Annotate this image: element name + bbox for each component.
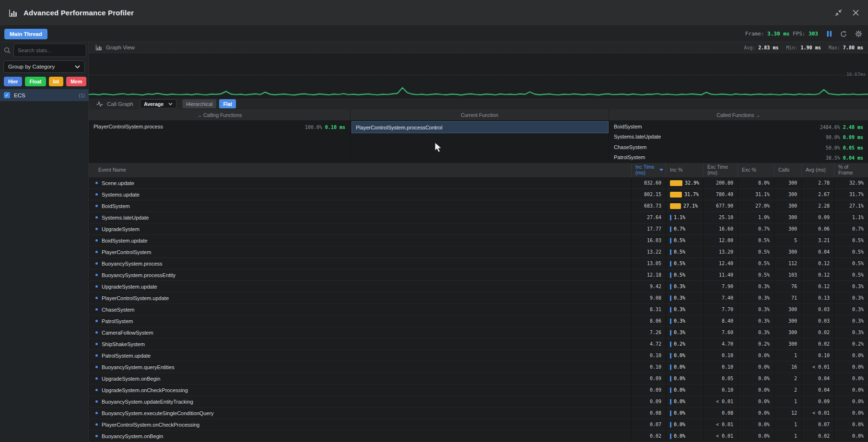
current-function-item[interactable]: PlayerControlSystem.processControl	[352, 121, 609, 133]
column-header-calls[interactable]: Calls	[774, 163, 801, 177]
flat-button[interactable]: Flat	[219, 99, 236, 108]
search-icon	[4, 47, 11, 54]
table-row[interactable]: ChaseSystem 8.31 0.3% 7.70 0.3% 300 0.03…	[89, 304, 868, 315]
event-name: BuoyancySystem.onBegin	[102, 433, 163, 439]
search-stats-input[interactable]	[13, 44, 86, 57]
table-row[interactable]: UpgradeSystem.onBegin 0.09 0.0% 0.05 0.0…	[89, 373, 868, 384]
table-row[interactable]: Systems.update 802.15 31.7% 780.40 31.1%…	[89, 189, 868, 200]
table-row[interactable]: ShipShakeSystem 4.72 0.2% 4.70 0.2% 300 …	[89, 338, 868, 350]
call-graph-row[interactable]: PlayerControlSystem.process 100.0%0.10 m…	[89, 121, 350, 132]
filter-chip-mem[interactable]: Mem	[66, 77, 86, 86]
column-header-event-name[interactable]: Event Name	[89, 163, 631, 177]
group-by-dropdown[interactable]: Group by Category	[3, 60, 85, 73]
main-thread-tab[interactable]: Main Thread	[4, 29, 47, 39]
table-row[interactable]: PatrolSystem 8.06 0.3% 8.40 0.3% 300 0.0…	[89, 315, 868, 327]
exc-time-cell: 4.70	[703, 338, 738, 350]
exc-pct-cell: 1.0%	[738, 212, 774, 223]
calls-cell: 300	[774, 200, 801, 212]
aggregation-dropdown[interactable]: Average	[140, 99, 176, 108]
table-row[interactable]: BuoyancySystem.executeSingleConditionQue…	[89, 407, 868, 419]
inc-pct-cell: 0.0%	[666, 396, 703, 407]
exc-time-cell: 677.90	[703, 200, 738, 212]
table-row[interactable]: BuoyancySystem.updateEntityTracking 0.09…	[89, 396, 868, 407]
collapse-window-icon[interactable]	[834, 9, 843, 17]
exc-pct-cell: 0.5%	[738, 235, 774, 246]
inc-pct-bar	[670, 238, 671, 244]
gear-icon[interactable]	[855, 30, 862, 37]
close-icon[interactable]	[852, 9, 859, 16]
table-row[interactable]: UpgradeSystem 17.77 0.7% 16.60 0.7% 300 …	[89, 223, 868, 235]
event-dot-icon	[95, 297, 98, 299]
checkbox-checked-icon[interactable]: ✓	[4, 92, 10, 98]
filter-chip-float[interactable]: Float	[25, 77, 46, 86]
column-header-inc-pct[interactable]: Inc %	[666, 163, 703, 177]
table-row[interactable]: BuoyancySystem.processEntity 12.18 0.5% …	[89, 269, 868, 281]
inc-pct-bar	[670, 376, 671, 382]
table-row[interactable]: BuoyancySystem.process 13.05 0.5% 12.40 …	[89, 258, 868, 269]
event-name-cell: UpgradeSystem	[89, 226, 631, 232]
table-row[interactable]: UpgradeSystem.onCheckProcessing 0.09 0.0…	[89, 384, 868, 396]
column-header-avg[interactable]: Avg (ms)	[801, 163, 834, 177]
main-panel: Graph View Avg: 2.83 ms Min: 1.90 ms Max…	[89, 42, 868, 442]
inc-pct-bar	[670, 433, 671, 439]
inc-pct-cell: 0.5%	[666, 235, 703, 246]
event-name-cell: PlayerControlSystem.update	[89, 295, 631, 301]
event-dot-icon	[95, 262, 98, 265]
calls-cell: 300	[774, 338, 801, 350]
exc-time-cell: 780.40	[703, 189, 738, 200]
table-row[interactable]: CameraFollowSystem 7.26 0.3% 7.60 0.3% 3…	[89, 327, 868, 338]
table-row[interactable]: BoidSystem.update 16.03 0.5% 12.00 0.5% …	[89, 235, 868, 246]
filter-chip-hier[interactable]: Hier	[4, 77, 22, 86]
event-name-cell: BoidSystem	[89, 203, 631, 209]
column-header-inc-time[interactable]: Inc Time (ms)	[631, 163, 666, 177]
aggregation-value: Average	[144, 101, 164, 107]
calling-functions-header: → Calling Functions	[89, 109, 351, 120]
call-graph-row[interactable]: PatrolSystem 38.5%0.04 ms	[609, 152, 868, 163]
exc-pct-cell: 0.0%	[738, 384, 774, 396]
hierarchical-button[interactable]: Hierarchical	[182, 99, 216, 108]
table-row[interactable]: PlayerControlSystem.update 9.08 0.3% 7.4…	[89, 292, 868, 304]
calls-cell: 1	[774, 350, 801, 361]
sidebar-item-ecs[interactable]: ✓ ECS (1)	[0, 89, 89, 101]
call-graph-body: PlayerControlSystem.process 100.0%0.10 m…	[89, 120, 868, 163]
frame-time-graph[interactable]: 16.67ms	[89, 53, 868, 98]
column-header-exc-time[interactable]: Exc Time (ms)	[703, 163, 738, 177]
call-graph-row[interactable]: ChaseSystem 50.0%0.05 ms	[609, 142, 868, 152]
table-row[interactable]: BuoyancySystem.queryEntities 0.10 0.0% 0…	[89, 361, 868, 373]
call-graph-row[interactable]: Systems.lateUpdate 90.0%0.09 ms	[609, 132, 868, 142]
event-dot-icon	[95, 320, 98, 322]
table-row[interactable]: PlayerControlSystem 13.22 0.5% 13.20 0.5…	[89, 246, 868, 258]
exc-time-cell: 8.40	[703, 315, 738, 327]
column-header-exc-pct[interactable]: Exc %	[738, 163, 774, 177]
inc-pct-bar	[670, 295, 671, 301]
filter-chip-int[interactable]: Int	[49, 77, 64, 86]
exc-pct-cell: 27.0%	[738, 200, 774, 212]
graph-stats: Avg: 2.83 ms Min: 1.90 ms Max: 7.80 ms	[744, 45, 863, 50]
event-dot-icon	[95, 274, 98, 276]
table-row[interactable]: Scene.update 832.60 32.9% 200.80 8.0% 30…	[89, 177, 868, 189]
exc-pct-cell: 0.3%	[738, 304, 774, 315]
table-row[interactable]: PatrolSystem.update 0.10 0.0% 0.10 0.0% …	[89, 350, 868, 361]
table-row[interactable]: PlayerControlSystem.onCheckProcessing 0.…	[89, 419, 868, 430]
avg-cell: 0.09	[801, 396, 834, 407]
exc-pct-cell: 0.0%	[738, 407, 774, 419]
title-bar: Advanced Performance Profiler	[0, 0, 868, 26]
event-name-cell: PlayerControlSystem.onCheckProcessing	[89, 422, 631, 428]
inc-time-cell: 0.08	[631, 407, 666, 419]
frame-pct-cell: 0.5%	[834, 269, 868, 281]
exc-pct-cell: 0.3%	[738, 315, 774, 327]
column-header-frame-pct[interactable]: % of Frame	[834, 163, 868, 177]
inc-time-cell: 0.09	[631, 373, 666, 384]
call-graph-row[interactable]: BoidSystem 2484.6%2.48 ms	[609, 121, 868, 132]
table-row[interactable]: UpgradeSystem.update 9.42 0.3% 7.90 0.3%…	[89, 281, 868, 292]
table-row[interactable]: BuoyancySystem.onBegin 0.02 0.0% < 0.01 …	[89, 430, 868, 442]
call-graph-title: Call Graph	[107, 101, 133, 107]
table-row[interactable]: BoidSystem 683.73 27.1% 677.90 27.0% 300…	[89, 200, 868, 212]
avg-cell: 2.78	[801, 177, 834, 189]
exc-pct-cell: 0.0%	[738, 430, 774, 442]
pause-icon[interactable]	[827, 31, 832, 37]
inc-pct-bar	[670, 192, 682, 198]
exc-pct-cell: 0.2%	[738, 338, 774, 350]
table-row[interactable]: Systems.lateUpdate 27.64 1.1% 25.10 1.0%…	[89, 212, 868, 223]
refresh-icon[interactable]	[840, 31, 847, 37]
